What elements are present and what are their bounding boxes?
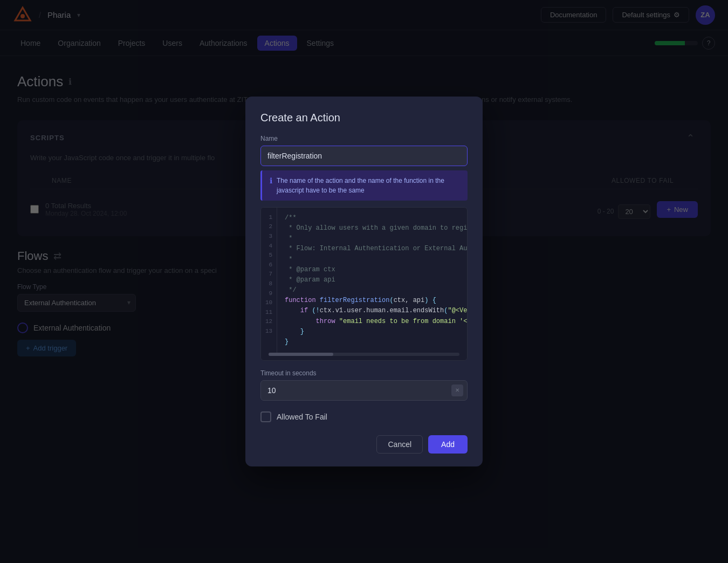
- tooltip-box: ℹ The name of the action and the name of…: [260, 170, 468, 201]
- code-scrollbar-thumb: [269, 353, 333, 356]
- name-label: Name: [260, 135, 468, 142]
- timeout-label: Timeout in seconds: [260, 369, 468, 377]
- allowed-to-fail-checkbox[interactable]: [260, 411, 271, 422]
- code-scrollbar[interactable]: [269, 353, 459, 356]
- info-icon: ℹ: [270, 176, 272, 185]
- timeout-input[interactable]: [260, 380, 468, 401]
- modal-overlay: Create an Action Name ℹ The name of the …: [0, 0, 728, 563]
- code-content: /** * Only allow users with a given doma…: [277, 208, 467, 353]
- tooltip-text: The name of the action and the name of t…: [277, 176, 460, 195]
- add-button[interactable]: Add: [428, 435, 468, 454]
- code-editor[interactable]: 1 2 3 4 5 6 7 8 9 10 11 12 13 /** * Only…: [260, 207, 468, 361]
- timeout-wrap: ✕: [260, 380, 468, 401]
- name-input[interactable]: [260, 146, 468, 166]
- allowed-to-fail-label: Allowed To Fail: [277, 413, 327, 421]
- checkbox-row: Allowed To Fail: [260, 411, 468, 422]
- line-numbers: 1 2 3 4 5 6 7 8 9 10 11 12 13: [261, 208, 277, 353]
- cancel-button[interactable]: Cancel: [376, 435, 423, 454]
- timeout-spin-button[interactable]: ✕: [451, 385, 463, 396]
- modal-footer: Cancel Add: [260, 435, 468, 454]
- modal-title: Create an Action: [260, 112, 468, 124]
- create-action-modal: Create an Action Name ℹ The name of the …: [245, 97, 483, 466]
